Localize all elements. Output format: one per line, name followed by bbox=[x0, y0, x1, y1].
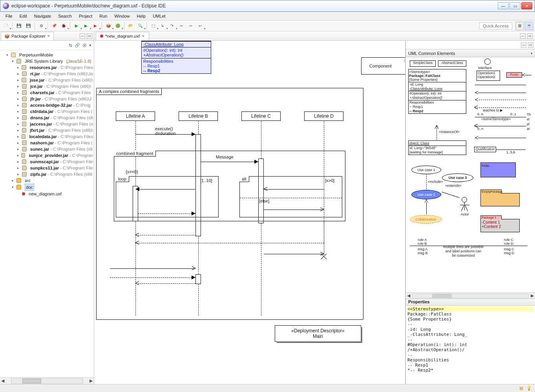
jar-item[interactable]: ▸ jce.jar - C:\Program Files (x86)\ bbox=[17, 83, 93, 89]
minimize-view-button[interactable]: — bbox=[80, 33, 85, 39]
jar-item[interactable]: ▸ jfr.jar - C:\Program Files (x86)\J bbox=[17, 96, 93, 102]
jar-item[interactable]: ▸ sunjce_provider.jar - C:\Progran bbox=[17, 152, 93, 159]
debug-button[interactable]: 🐞 bbox=[59, 22, 68, 30]
lifeline-b[interactable]: Lifeline B bbox=[179, 111, 218, 121]
jar-item[interactable]: ▸ nashorn.jar - C:\Program Files ( bbox=[17, 140, 93, 146]
pal-rose[interactable]: Rose bbox=[506, 72, 522, 78]
pal-empty-pkg[interactable]: EmptyPackage bbox=[480, 193, 520, 206]
jar-item[interactable]: ▸ charsets.jar - C:\Program Files bbox=[17, 89, 93, 96]
package-explorer-tab[interactable]: 📦 Package Explorer ✕ bbox=[1, 32, 54, 40]
deployment-descriptor[interactable]: «Deployment Descriptor» Main bbox=[275, 325, 361, 342]
quick-access-field[interactable]: Quick Access bbox=[479, 22, 512, 29]
lifeline-c[interactable]: Lifeline C bbox=[241, 111, 281, 121]
src-folder[interactable]: src bbox=[25, 177, 31, 184]
forward-button[interactable]: ⇨ bbox=[186, 22, 195, 30]
pal-object[interactable]: object: Class id: Long="36548"[waiting f… bbox=[408, 140, 466, 155]
ext-tools-button[interactable]: ▶ bbox=[91, 22, 100, 30]
step-button[interactable]: ↳ bbox=[158, 22, 167, 30]
pal-pkg1[interactable]: Package 1 -Content 1+Content 2 bbox=[480, 219, 520, 232]
jar-item[interactable]: ▸ sunpkcs11.jar - C:\Program File bbox=[17, 165, 93, 171]
pal-uc1[interactable]: Use case 1 bbox=[411, 166, 441, 174]
skip-button[interactable]: ↷ bbox=[168, 22, 176, 30]
doc-file[interactable]: new_diagram.uxf bbox=[29, 191, 62, 197]
jar-item[interactable]: ▸ sunec.jar - C:\Program Files (x8 bbox=[17, 146, 93, 152]
jar-item[interactable]: ▸ jsse.jar - C:\Program Files (x86)\ bbox=[17, 77, 93, 83]
menu-help[interactable]: Help bbox=[134, 13, 149, 19]
menu-window[interactable]: Window bbox=[111, 13, 133, 19]
menu-run[interactable]: Run bbox=[96, 13, 110, 19]
link-editor-icon[interactable]: 🔗 bbox=[75, 43, 80, 48]
menu-edit[interactable]: Edit bbox=[16, 13, 30, 19]
jar-item[interactable]: ▸ dnsns.jar - C:\Program Files (x8 bbox=[17, 115, 93, 121]
build-button[interactable]: ⚙ bbox=[37, 22, 46, 30]
jar-item[interactable]: ▸ access-bridge-32.jar - C:\Prog bbox=[17, 102, 93, 108]
pal-qualification[interactable]: Qualification bbox=[474, 147, 496, 152]
pal-uc3[interactable]: Use case 3 bbox=[442, 173, 473, 182]
save-button[interactable]: 💾 bbox=[15, 22, 23, 30]
back-button[interactable]: ⇦ bbox=[177, 22, 186, 30]
pin-button[interactable]: 📌 bbox=[50, 22, 58, 30]
pal-simpleclass[interactable]: SimpleClass bbox=[410, 60, 436, 67]
maximize-view-button[interactable]: ▭ bbox=[87, 33, 92, 39]
menu-file[interactable]: File bbox=[2, 13, 16, 19]
run-button[interactable]: ▶ bbox=[72, 22, 81, 30]
collapse-all-icon[interactable]: ⇆ bbox=[69, 43, 72, 48]
pal-uc2[interactable]: Use case 2 bbox=[411, 190, 441, 199]
menu-navigate[interactable]: Navigate bbox=[31, 13, 54, 19]
jar-item[interactable]: ▸ jfxrt.jar - C:\Program Files (x86)\ bbox=[17, 127, 93, 133]
menu-search[interactable]: Search bbox=[55, 13, 75, 19]
properties-text[interactable]: <<Stereotype>>Package::FatClass{Some Pro… bbox=[406, 306, 535, 384]
save-all-button[interactable]: 💾 bbox=[24, 22, 33, 30]
pal-interface-ops[interactable]: Operation1 Operation2 bbox=[477, 71, 500, 81]
project-tree[interactable]: ▾ PerpetuumMobile ▾ JRE System Library [… bbox=[0, 50, 94, 377]
open-perspective-button[interactable]: ⊞ bbox=[515, 22, 524, 30]
new-package-button[interactable]: 📦 bbox=[104, 22, 113, 30]
java-perspective-button[interactable]: ☕ bbox=[525, 22, 533, 30]
jar-item[interactable]: ▸ localedata.jar - C:\Program Files bbox=[17, 133, 93, 140]
jar-item[interactable]: ▸ sunmscapi.jar - C:\Program File bbox=[17, 159, 93, 165]
palette-body[interactable]: SimpleClass AbstractClass Interface Oper… bbox=[406, 57, 535, 292]
toggle-button[interactable]: ⬚ bbox=[149, 22, 157, 30]
menu-umlet[interactable]: UMLet bbox=[150, 13, 168, 19]
editor-maximize-button[interactable]: ▭ bbox=[527, 33, 533, 39]
palette-dropdown-icon[interactable]: ▾ bbox=[531, 51, 533, 55]
component-element[interactable]: Component ⎍ bbox=[361, 57, 405, 75]
palette-header[interactable]: UML Common Elements ▾ bbox=[406, 49, 535, 57]
jar-item[interactable]: ▸ cldrdata.jar - C:\Program Files ( bbox=[17, 108, 93, 115]
pal-note[interactable]: Note.. bbox=[480, 162, 516, 177]
activation-b-return[interactable] bbox=[195, 274, 201, 284]
view-menu-icon[interactable]: ▾ bbox=[89, 43, 91, 48]
search-button[interactable]: 🔍 bbox=[136, 22, 144, 30]
palette-hscrollbar[interactable]: ◀▶ bbox=[406, 292, 535, 299]
editor-minimize-button[interactable]: — bbox=[520, 33, 526, 39]
pal-collab[interactable]: Collaboration bbox=[410, 215, 442, 224]
pal-interface-circle[interactable] bbox=[484, 58, 491, 65]
window-close-button[interactable]: ✕ bbox=[521, 2, 532, 9]
tip-icon[interactable]: 💡 bbox=[526, 386, 532, 391]
window-minimize-button[interactable]: — bbox=[498, 2, 509, 9]
open-type-button[interactable]: 📂 bbox=[126, 22, 135, 30]
focus-icon[interactable]: ⦿ bbox=[82, 43, 87, 48]
pal-actor[interactable]: Actor bbox=[457, 197, 473, 220]
pal-fatclass[interactable]: «Stereotype» Package::FatClass {Some Pro… bbox=[408, 69, 466, 114]
nav-button[interactable]: ↩ bbox=[196, 22, 205, 30]
new-button[interactable]: 📄 bbox=[2, 22, 10, 30]
close-editor-icon[interactable]: ✕ bbox=[142, 34, 145, 38]
close-view-icon[interactable]: ✕ bbox=[47, 34, 50, 38]
pal-abstractclass[interactable]: AbstractClass bbox=[438, 60, 466, 67]
jar-item[interactable]: ▸ rt.jar - C:\Program Files (x86)\Ja bbox=[17, 71, 93, 77]
jar-item[interactable]: ▸ resources.jar - C:\Program Files bbox=[17, 64, 93, 71]
project-name[interactable]: PerpetuumMobile bbox=[19, 52, 53, 58]
palette-minimize-button[interactable]: — bbox=[521, 42, 526, 48]
coverage-button[interactable]: ▶ bbox=[82, 22, 90, 30]
diagram-canvas[interactable]: -ClassAttribute: Long #Operation(i: int)… bbox=[94, 41, 405, 384]
window-maximize-button[interactable]: ▭ bbox=[509, 2, 520, 9]
palette-maximize-button[interactable]: ▭ bbox=[528, 42, 533, 48]
jar-item[interactable]: ▸ zipfs.jar - C:\Program Files (x86 bbox=[17, 171, 93, 177]
menu-project[interactable]: Project bbox=[76, 13, 95, 19]
jre-label[interactable]: JRE System Library bbox=[25, 58, 63, 64]
sidebar-hscrollbar[interactable]: ◀▶ bbox=[0, 377, 94, 384]
lifeline-a[interactable]: Lifeline A bbox=[116, 111, 155, 121]
new-class-button[interactable]: 🟢 bbox=[113, 22, 122, 30]
editor-tab[interactable]: *new_diagram.uxf ✕ bbox=[96, 32, 149, 40]
